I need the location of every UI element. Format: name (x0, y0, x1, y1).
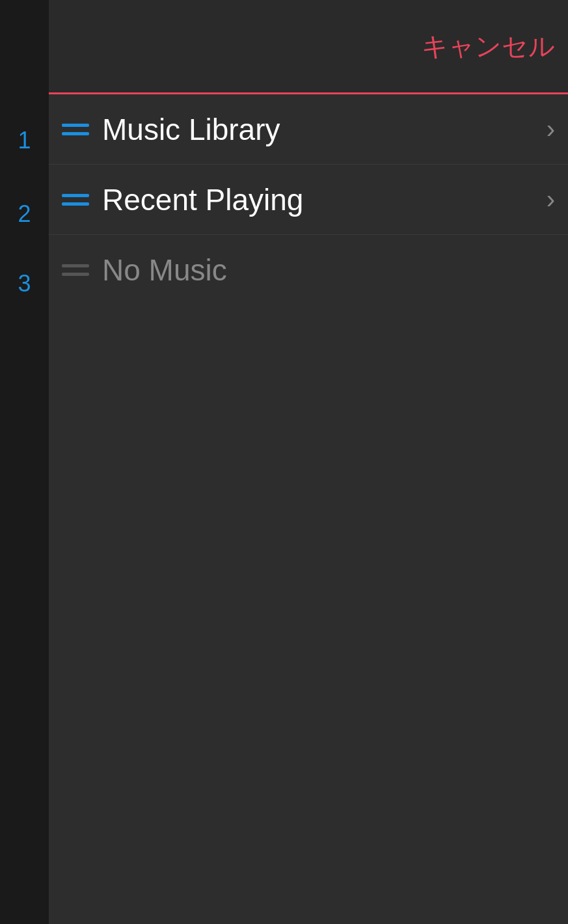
item-left-1: Music Library (62, 112, 280, 147)
row-number-3: 3 (0, 270, 49, 297)
header: キャンセル (49, 0, 568, 94)
music-library-label: Music Library (102, 112, 280, 147)
chevron-right-icon-1: › (547, 115, 555, 144)
empty-content-area (49, 305, 568, 924)
menu-item-no-music[interactable]: No Music (49, 235, 568, 305)
line-bar-bottom (62, 132, 89, 135)
row-number-1: 1 (0, 127, 49, 154)
no-music-label: No Music (102, 252, 227, 288)
drag-handle-1 (62, 124, 89, 135)
menu-item-music-library[interactable]: Music Library › (49, 94, 568, 165)
left-sidebar: 1 2 3 (0, 0, 49, 924)
line-bar-top (62, 124, 89, 127)
line-bar-top-3 (62, 264, 89, 267)
recent-playing-label: Recent Playing (102, 182, 303, 217)
menu-item-recent-playing[interactable]: Recent Playing › (49, 165, 568, 235)
drag-handle-3 (62, 264, 89, 276)
chevron-right-icon-2: › (547, 185, 555, 214)
drag-handle-2 (62, 194, 89, 206)
line-bar-bottom-3 (62, 273, 89, 276)
cancel-button[interactable]: キャンセル (422, 29, 555, 64)
item-left-2: Recent Playing (62, 182, 303, 217)
item-left-3: No Music (62, 252, 227, 288)
main-content: キャンセル Music Library › Recent Playing › (49, 0, 568, 924)
line-bar-bottom-2 (62, 202, 89, 206)
line-bar-top-2 (62, 194, 89, 197)
row-number-2: 2 (0, 200, 49, 228)
